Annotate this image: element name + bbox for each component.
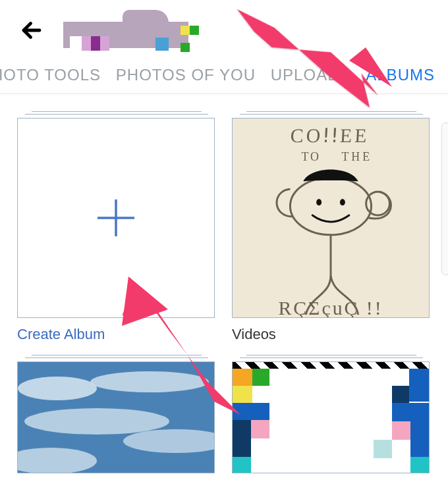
album-card-3[interactable] [232, 355, 431, 473]
svg-text:RÇΣçuÇ !!: RÇΣçuÇ !! [278, 297, 383, 318]
plus-icon [93, 195, 139, 241]
album-videos-thumb[interactable]: COǃǃEE TO THE RÇ [232, 118, 430, 318]
tab-photo-tools[interactable]: PHOTO TOOLS [0, 66, 101, 84]
profile-picture[interactable] [63, 10, 202, 56]
stack-decoration [240, 111, 423, 117]
create-album-card[interactable]: Create Album [17, 111, 216, 343]
tab-albums[interactable]: ALBUMS [366, 66, 435, 84]
svg-point-7 [316, 199, 322, 205]
stack-decoration [25, 111, 208, 117]
album-card-2[interactable] [17, 355, 216, 473]
svg-point-13 [18, 377, 97, 400]
create-album-label: Create Album [17, 326, 216, 343]
album-3-thumb[interactable] [232, 361, 430, 473]
tab-photos-of-you[interactable]: PHOTOS OF YOU [116, 66, 256, 84]
stack-decoration [25, 355, 208, 360]
svg-text:TO: TO [301, 150, 320, 163]
stack-decoration [240, 355, 423, 360]
svg-point-6 [290, 177, 371, 234]
svg-point-14 [90, 371, 209, 392]
svg-point-8 [340, 199, 345, 205]
albums-grid: Create Album COǃǃEE TO THE [0, 94, 448, 490]
coffee-text-1: COǃǃEE [290, 124, 370, 146]
header [0, 0, 448, 66]
album-card-videos[interactable]: COǃǃEE TO THE RÇ [232, 111, 431, 343]
create-album-thumb[interactable] [17, 118, 215, 318]
album-videos-label: Videos [232, 326, 431, 343]
tab-uploads[interactable]: UPLOADS [271, 66, 351, 84]
scrollbar[interactable] [441, 122, 448, 275]
svg-point-15 [24, 408, 169, 435]
svg-text:THE: THE [341, 150, 372, 163]
back-arrow-icon[interactable] [20, 17, 43, 49]
tabs: PHOTO TOOLS PHOTOS OF YOU UPLOADS ALBUMS [0, 66, 448, 94]
album-2-thumb[interactable] [17, 361, 215, 473]
